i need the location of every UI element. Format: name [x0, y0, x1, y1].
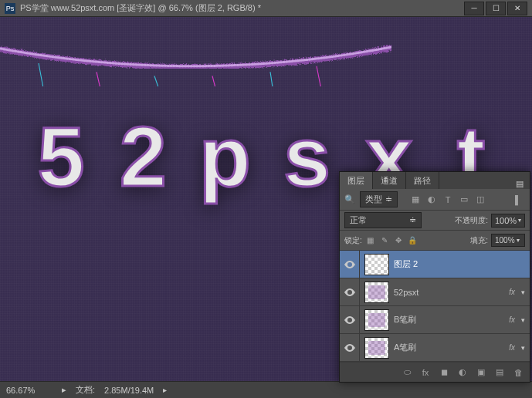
filter-smart-icon[interactable]: ◫	[473, 193, 487, 207]
link-layers-icon[interactable]: ⬭	[400, 366, 414, 379]
chevron-down-icon: ≑	[409, 215, 416, 225]
opacity-input[interactable]: 100% ▾	[491, 214, 525, 228]
layer-thumbnail[interactable]	[364, 282, 389, 303]
blend-mode-value: 正常	[350, 214, 367, 226]
eye-icon	[344, 316, 355, 324]
lock-transparency-icon[interactable]: ▦	[365, 235, 376, 246]
layer-thumbnail[interactable]	[364, 254, 389, 275]
zoom-level[interactable]: 66.67%	[6, 386, 53, 395]
panel-footer: ⬭ fx ◼ ◐ ▣ ▤ 🗑	[340, 362, 530, 382]
layer-name[interactable]: B笔刷	[394, 314, 509, 325]
tab-layers[interactable]: 图层	[340, 172, 373, 189]
tab-paths[interactable]: 路径	[406, 172, 439, 189]
layer-list: 图层 2 52psxt fx ▾ B笔刷 fx ▾ A笔刷 fx ▾	[340, 251, 530, 362]
fx-badge[interactable]: fx	[509, 315, 521, 324]
doc-size-value: 2.85M/19.4M	[104, 386, 154, 395]
chevron-down-icon: ▾	[518, 217, 521, 224]
chevron-down-icon: ≑	[385, 194, 392, 204]
chevron-down-icon[interactable]: ▾	[521, 344, 530, 352]
new-group-icon[interactable]: ▣	[474, 366, 488, 379]
layer-item[interactable]: A笔刷 fx ▾	[340, 334, 530, 362]
layer-thumbnail[interactable]	[364, 309, 389, 331]
layer-item[interactable]: 52psxt fx ▾	[340, 278, 530, 306]
statusbar: 66.67% ▸ 文档: 2.85M/19.4M ▸	[0, 381, 532, 398]
filter-shape-icon[interactable]: ▭	[457, 193, 471, 207]
fx-badge[interactable]: fx	[509, 343, 521, 352]
expand-icon[interactable]: ▸	[62, 385, 66, 395]
filter-icon[interactable]: 🔍	[344, 194, 355, 205]
new-layer-icon[interactable]: ▤	[493, 366, 507, 379]
lock-icons: ▦ ✎ ✥ 🔒	[365, 235, 418, 246]
layer-name[interactable]: 图层 2	[394, 258, 530, 270]
doc-size-label: 文档:	[76, 384, 95, 396]
lock-pixels-icon[interactable]: ✎	[379, 235, 390, 246]
filter-kind-buttons: ▦ ◐ T ▭ ◫	[408, 193, 487, 207]
eye-icon	[344, 344, 355, 352]
lock-label: 锁定:	[344, 235, 362, 246]
filter-adjustment-icon[interactable]: ◐	[425, 193, 439, 207]
delete-layer-icon[interactable]: 🗑	[511, 366, 525, 379]
eye-icon	[344, 261, 355, 268]
lock-all-icon[interactable]: 🔒	[407, 235, 418, 246]
blend-row: 正常 ≑ 不透明度: 100% ▾	[340, 211, 530, 231]
fill-label: 填充:	[470, 235, 488, 246]
layer-thumbnail[interactable]	[364, 337, 389, 359]
opacity-value: 100%	[495, 216, 517, 225]
visibility-toggle[interactable]	[340, 278, 360, 305]
visibility-toggle[interactable]	[340, 306, 360, 333]
close-button[interactable]: ✕	[507, 2, 527, 15]
window-controls: ─ ☐ ✕	[464, 2, 527, 15]
chevron-down-icon: ▾	[517, 237, 520, 244]
lock-row: 锁定: ▦ ✎ ✥ 🔒 填充: 100% ▾	[340, 231, 530, 251]
layers-panel: 图层 通道 路径 ▤ 🔍 类型 ≑ ▦ ◐ T ▭ ◫ ▌ 正常 ≑ 不透明度:…	[339, 171, 530, 383]
fx-badge[interactable]: fx	[509, 288, 521, 296]
fill-input[interactable]: 100% ▾	[491, 234, 525, 247]
blend-mode-select[interactable]: 正常 ≑	[344, 212, 422, 228]
adjustment-layer-icon[interactable]: ◐	[456, 366, 469, 379]
layer-item[interactable]: 图层 2	[340, 251, 530, 278]
layer-name[interactable]: A笔刷	[394, 342, 509, 353]
chevron-down-icon[interactable]: ▾	[521, 316, 530, 324]
titlebar: Ps PS学堂 www.52psxt.com [圣诞字效] @ 66.7% (图…	[0, 0, 532, 17]
lock-position-icon[interactable]: ✥	[393, 235, 404, 246]
panel-tabs: 图层 通道 路径 ▤	[340, 172, 530, 189]
maximize-button[interactable]: ☐	[486, 2, 506, 15]
doc-menu-caret[interactable]: ▸	[163, 386, 167, 394]
filter-type-icon[interactable]: T	[441, 193, 455, 207]
tab-channels[interactable]: 通道	[373, 172, 406, 189]
chevron-down-icon[interactable]: ▾	[521, 288, 530, 296]
document-title: PS学堂 www.52psxt.com [圣诞字效] @ 66.7% (图层 2…	[20, 2, 464, 14]
layer-mask-icon[interactable]: ◼	[437, 366, 451, 379]
app-icon: Ps	[5, 3, 15, 14]
opacity-label: 不透明度:	[455, 215, 488, 226]
visibility-toggle[interactable]	[340, 251, 360, 278]
filter-row: 🔍 类型 ≑ ▦ ◐ T ▭ ◫ ▌	[340, 189, 530, 211]
fill-value: 100%	[495, 236, 515, 245]
type-filter-label: 类型	[365, 194, 382, 205]
layer-name[interactable]: 52psxt	[394, 288, 509, 297]
layer-type-filter[interactable]: 类型 ≑	[360, 191, 398, 207]
visibility-toggle[interactable]	[340, 334, 360, 361]
panel-menu-icon[interactable]: ▤	[510, 179, 530, 189]
tinsel-garland	[0, 40, 391, 86]
filter-toggle-switch[interactable]: ▌	[511, 193, 525, 207]
layer-item[interactable]: B笔刷 fx ▾	[340, 306, 530, 334]
minimize-button[interactable]: ─	[464, 2, 484, 15]
eye-icon	[344, 288, 355, 296]
filter-pixel-icon[interactable]: ▦	[408, 193, 422, 207]
layer-style-icon[interactable]: fx	[418, 366, 432, 379]
